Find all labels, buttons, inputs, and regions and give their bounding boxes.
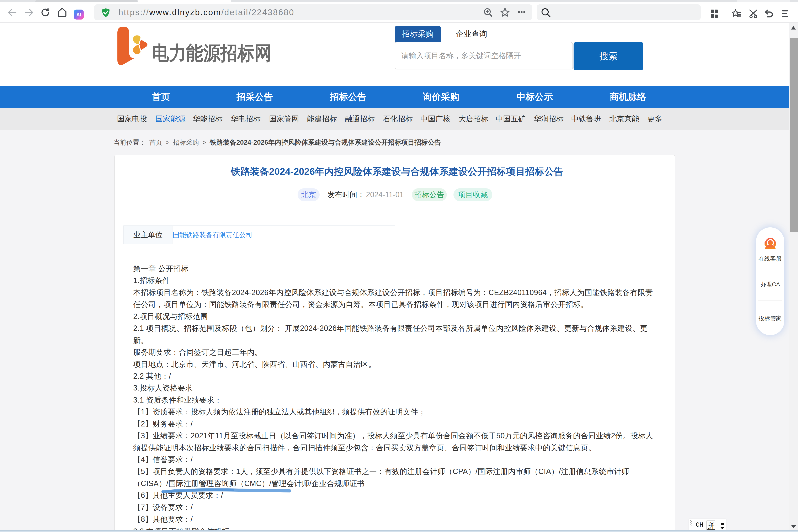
svg-text:AI: AI (76, 12, 81, 17)
